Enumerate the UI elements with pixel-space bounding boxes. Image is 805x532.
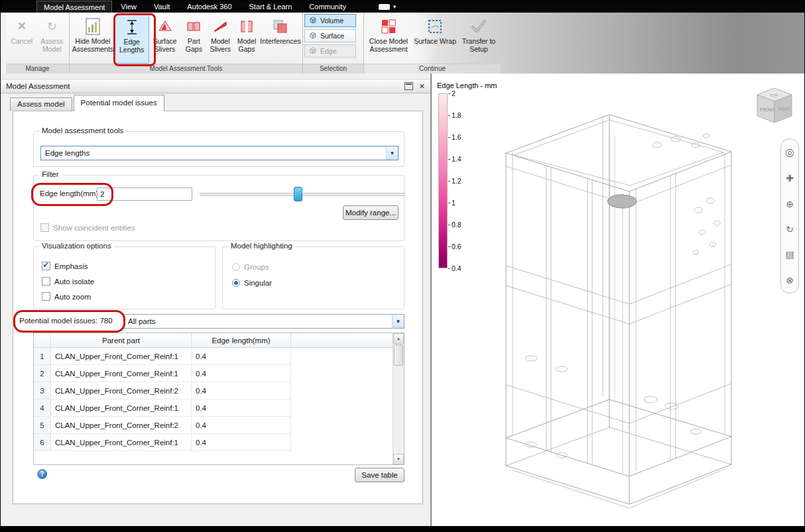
disable-tools-icon[interactable]: ⊗ <box>786 276 794 285</box>
groups-radio[interactable] <box>232 263 240 271</box>
singular-radio[interactable] <box>232 279 240 287</box>
potential-issues-count: Potential model issues: 780 <box>19 317 113 325</box>
edge-length-slider-handle[interactable] <box>294 187 302 201</box>
table-row[interactable]: 6CLAN_Upper_Front_Corner_Reinf:10.4 <box>34 434 291 451</box>
group-filter: Filter Edge length(mm) Modify range... S… <box>33 175 404 241</box>
group-model-assessment-tools: Model assessment tools Edge lengths ▼ <box>33 131 404 167</box>
view-cube[interactable]: TOP FRONT RIGHT <box>753 87 796 127</box>
model-slivers-button[interactable]: Model Slivers <box>207 14 233 64</box>
interferences-button[interactable]: Interferences <box>260 14 301 64</box>
show-coincident-checkbox[interactable] <box>40 223 49 232</box>
scroll-up-icon[interactable]: ▲ <box>393 333 404 344</box>
table-row[interactable]: 5CLAN_Upper_Front_Corner_Reinf:20.4 <box>34 417 291 434</box>
group-label-manage: Manage <box>6 64 69 74</box>
close-panel-icon[interactable]: ✕ <box>419 83 425 90</box>
scrollbar-thumb[interactable] <box>394 345 403 366</box>
selection-volume-button[interactable]: Volume <box>304 14 356 27</box>
auto-zoom-label: Auto zoom <box>54 293 91 301</box>
help-icon[interactable]: ? <box>37 469 47 479</box>
edge-cube-icon <box>308 46 317 56</box>
issues-count-value: 780 <box>99 317 112 325</box>
model-slivers-icon <box>213 16 227 37</box>
menu-item-view[interactable]: View <box>112 1 145 13</box>
parts-filter-combobox[interactable]: All parts ▼ <box>123 314 404 329</box>
legend-tick: 1.8 <box>452 111 462 119</box>
table-scrollbar[interactable]: ▲ ▼ <box>393 333 404 464</box>
close-model-assessment-icon <box>381 16 397 37</box>
singular-label: Singular <box>244 279 272 287</box>
header-edge-length[interactable]: Edge length(mm) <box>192 333 291 347</box>
edge-length-input[interactable] <box>97 187 192 201</box>
edge-length-label: Edge length(mm) <box>40 189 98 197</box>
model-viewport[interactable]: Edge Length - mm 2 1.8 1.6 1.4 1.2 1 0.8… <box>431 74 805 527</box>
model-gaps-button[interactable]: Model Gaps <box>233 14 260 64</box>
table-row[interactable]: 4CLAN_Upper_Front_Corner_Reinf:10.4 <box>34 399 291 417</box>
legend-title: Edge Length - mm <box>437 81 497 89</box>
transfer-to-setup-button[interactable]: Transfer to Setup <box>458 14 499 64</box>
tab-potential-model-issues[interactable]: Potential model issues <box>74 95 164 111</box>
zoom-icon[interactable]: ⊕ <box>786 199 794 209</box>
tab-assess-model[interactable]: Assess model <box>10 97 72 111</box>
show-coincident-label: Show coincident entities <box>53 224 135 232</box>
orbit-icon[interactable]: ↻ <box>786 225 794 234</box>
menu-tab-label: Model Assessment <box>44 3 105 11</box>
edge-length-slider-track[interactable] <box>200 193 405 196</box>
close-model-assessment-button[interactable]: Close Model Assessment <box>365 14 412 64</box>
dock-panel-icon[interactable] <box>404 82 413 90</box>
edge-lengths-button[interactable]: Edge Lengths <box>115 14 149 64</box>
hide-model-assessments-button[interactable]: Hide Model Assessments <box>71 14 115 64</box>
assessment-tool-combobox[interactable]: Edge lengths ▼ <box>40 146 399 160</box>
menu-item-vault[interactable]: Vault <box>145 1 178 13</box>
table-row[interactable]: 3CLAN_Upper_Front_Corner_Reinf:20.4 <box>34 382 291 399</box>
menu-tab-model-assessment[interactable]: Model Assessment <box>36 1 112 13</box>
auto-zoom-checkbox[interactable] <box>42 292 50 301</box>
cancel-button[interactable]: ✕ Cancel <box>7 14 36 64</box>
surface-wrap-icon <box>427 16 443 37</box>
assess-model-button[interactable]: ↻ Assess Model <box>36 14 68 64</box>
highlighted-part[interactable] <box>607 195 637 208</box>
issues-table: Parent part Edge length(mm) 1CLAN_Upper_… <box>33 333 404 465</box>
auto-isolate-checkbox[interactable] <box>42 277 50 286</box>
panel-content: Model assessment tools Edge lengths ▼ Fi… <box>13 111 423 504</box>
panel-title: Model Assessment <box>6 82 70 90</box>
legend-tick: 2 <box>452 89 456 97</box>
menu-item-autodesk360[interactable]: Autodesk 360 <box>178 1 240 13</box>
pan-icon[interactable]: ✚ <box>786 174 794 183</box>
emphasis-checkbox[interactable] <box>42 262 50 270</box>
window-bottom-edge <box>1 526 804 531</box>
header-row-number[interactable] <box>34 333 51 347</box>
model-assessment-panel: Model Assessment ✕ Assess model Potentia… <box>1 74 431 527</box>
ribbon-group-continue: Close Model Assessment Surface Wrap Tran… <box>364 13 501 74</box>
chevron-down-icon[interactable]: ▼ <box>392 315 404 328</box>
selection-surface-button[interactable]: Surface <box>304 29 356 42</box>
cancel-icon: ✕ <box>17 16 27 37</box>
surface-slivers-button[interactable]: Surface Slivers <box>149 14 181 64</box>
media-menu-button[interactable]: ▼ <box>379 1 397 13</box>
app-window: Model Assessment View Vault Autodesk 360… <box>0 0 805 532</box>
interferences-icon <box>273 16 288 37</box>
table-row[interactable]: 1CLAN_Upper_Front_Corner_Reinf:10.4 <box>34 348 291 365</box>
legend-tick: 1.4 <box>452 155 462 163</box>
legend-tick: 1.2 <box>452 177 462 185</box>
surface-wrap-button[interactable]: Surface Wrap <box>412 14 458 64</box>
modify-range-button[interactable]: Modify range... <box>343 205 399 220</box>
group-legend: Model highlighting <box>228 242 295 250</box>
groups-label: Groups <box>244 263 269 271</box>
ribbon-group-manage: ✕ Cancel ↻ Assess Model Manage <box>6 13 70 74</box>
selection-edge-button[interactable]: Edge <box>304 44 356 58</box>
chevron-down-icon[interactable]: ▼ <box>386 146 398 160</box>
scroll-down-icon[interactable]: ▼ <box>393 454 404 464</box>
save-table-button[interactable]: Save table <box>355 468 404 482</box>
part-gaps-button[interactable]: Part Gaps <box>180 14 207 64</box>
look-at-icon[interactable]: ▤ <box>785 250 794 259</box>
steering-wheel-icon[interactable]: ◎ <box>785 147 794 158</box>
legend-color-bar <box>438 93 448 268</box>
header-parent-part[interactable]: Parent part <box>51 333 192 347</box>
auto-isolate-label: Auto isolate <box>54 278 94 286</box>
menu-item-start-learn[interactable]: Start & Learn <box>241 1 301 13</box>
viewcube-right-label: RIGHT <box>778 107 791 111</box>
media-icon <box>379 4 390 10</box>
menu-item-community[interactable]: Community <box>300 1 355 13</box>
group-legend: Filter <box>39 170 62 178</box>
table-row[interactable]: 2CLAN_Upper_Front_Corner_Reinf:10.4 <box>34 365 291 382</box>
